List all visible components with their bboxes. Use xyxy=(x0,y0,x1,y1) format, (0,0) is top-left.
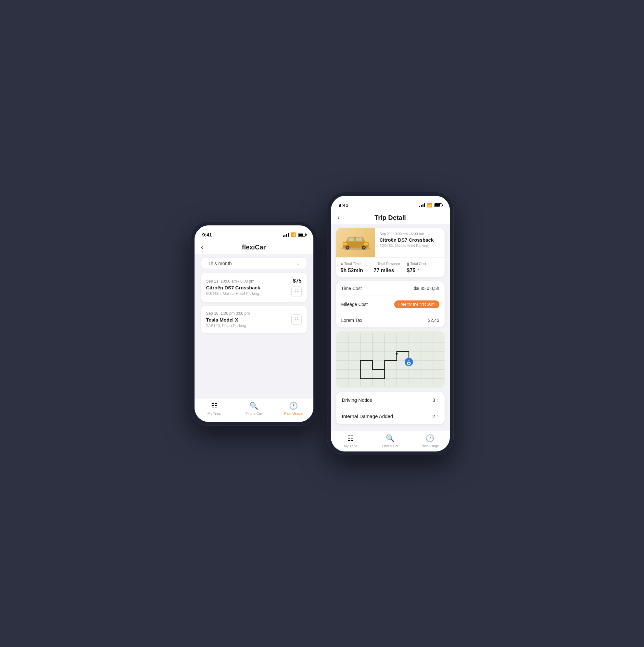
stat-total-distance: ⎯ Total Distance 77 miles xyxy=(374,262,407,274)
right-page-title: Trip Detail xyxy=(374,214,406,221)
right-battery-icon xyxy=(434,203,442,207)
right-nav-item-my-trips[interactable]: ☷ My Trips xyxy=(331,434,370,448)
right-signal-icon xyxy=(419,203,425,207)
receipt-icon-1: ☷ xyxy=(291,286,302,297)
left-back-button[interactable]: ‹ xyxy=(201,243,203,251)
notices-card: Driving Notice 3 › Internal Damage Added… xyxy=(336,392,445,424)
left-bottom-nav: ☷ My Trips 🔍 Find a Car 🕐 Past Usage xyxy=(195,398,313,422)
right-nav-header: ‹ Trip Detail xyxy=(331,210,450,224)
trip-location-1: 6GD486, Marina Hotel Parking xyxy=(206,291,261,296)
notice-row-damage[interactable]: Internal Damage Added 2 › xyxy=(336,408,445,424)
filter-dropdown[interactable]: This month ⌄ xyxy=(201,258,307,269)
list-icon: ☷ xyxy=(211,402,218,410)
notice-label-damage: Internal Damage Added xyxy=(342,414,393,419)
scene: 9:41 📶 ‹ flexiCar xyxy=(191,192,454,455)
card-stat-icon: ▮ xyxy=(407,262,409,266)
trip-car-1: Citroën DS7 Crossback xyxy=(206,285,261,290)
cost-label-tax: Lorem Tax xyxy=(341,318,362,323)
svg-point-27 xyxy=(408,362,410,364)
notice-right-damage: 2 › xyxy=(432,414,438,419)
right-nav-label-my-trips: My Trips xyxy=(344,444,358,448)
trip-date-1: Sep 21, 10:00 am - 6:00 pm xyxy=(206,279,261,284)
stat-label-distance: Total Distance xyxy=(378,262,400,266)
trip-detail-date: Sep 21, 10:00 am - 6:00 pm xyxy=(380,232,440,236)
svg-point-7 xyxy=(363,246,365,248)
cost-row-mileage: Mileage Cost Free for the first 50ml xyxy=(336,296,445,313)
svg-rect-3 xyxy=(356,237,362,241)
distance-stat-icon: ⎯ xyxy=(374,262,376,266)
right-status-icons: 📶 xyxy=(419,203,442,208)
cost-label-time: Time Cost xyxy=(341,286,362,291)
notice-label-driving: Driving Notice xyxy=(342,397,372,403)
stat-value-time: 5h 52min xyxy=(341,268,374,274)
map-svg: P xyxy=(336,331,445,388)
right-list-icon: ☷ xyxy=(348,434,354,443)
trip-card-2[interactable]: Sep 10, 1:30 pm 3:00 pm Tesla Model X 2A… xyxy=(201,306,307,333)
right-clock-icon: 🕐 xyxy=(425,434,434,443)
nav-item-past-usage[interactable]: 🕐 Past Usage xyxy=(274,402,313,415)
trip-car-2: Tesla Model X xyxy=(206,317,250,322)
right-bottom-nav: ☷ My Trips 🔍 Find a Car 🕐 Past Usage xyxy=(331,431,450,451)
chevron-right-icon-damage: › xyxy=(437,414,439,419)
nav-label-my-trips: My Trips xyxy=(208,412,221,415)
left-phone-inner: 9:41 📶 ‹ flexiCar xyxy=(195,225,313,422)
stat-label-cost: Total Cost xyxy=(411,262,426,266)
battery-icon xyxy=(298,233,306,237)
svg-rect-2 xyxy=(349,237,354,241)
right-nav-item-find-car[interactable]: 🔍 Find a Car xyxy=(370,434,410,448)
cost-row-tax: Lorem Tax $2,45 xyxy=(336,313,445,328)
trip-card-1[interactable]: Sep 21, 10:00 am - 6:00 pm Citroën DS7 C… xyxy=(201,273,307,302)
left-status-time: 9:41 xyxy=(202,232,212,237)
left-status-bar: 9:41 📶 xyxy=(195,225,313,240)
filter-label: This month xyxy=(208,261,232,266)
map-container: P xyxy=(336,331,445,388)
right-phone-inner: 9:41 📶 ‹ Trip Detail xyxy=(331,196,450,451)
svg-rect-9 xyxy=(364,242,368,244)
cost-label-mileage: Mileage Cost xyxy=(341,302,368,307)
right-status-bar: 9:41 📶 xyxy=(331,196,450,210)
cost-value-time: $8,45 x 0,5h xyxy=(414,286,439,291)
trip-right-1: $75 ☷ xyxy=(291,278,302,297)
right-wifi-icon: 📶 xyxy=(427,203,432,208)
receipt-icon-2: ☷ xyxy=(291,314,302,325)
left-status-icons: 📶 xyxy=(283,232,306,237)
right-nav-label-past-usage: Past Usage xyxy=(421,444,439,448)
right-scroll-area[interactable]: Sep 21, 10:00 am - 6:00 pm Citroën DS7 C… xyxy=(331,224,450,451)
svg-marker-23 xyxy=(395,353,398,356)
search-icon: 🔍 xyxy=(249,402,258,410)
gray-spacer-left xyxy=(195,333,313,398)
trip-price-1: $75 xyxy=(293,278,302,284)
svg-point-5 xyxy=(347,246,349,248)
stat-total-time: ● Total Time 5h 52min xyxy=(341,262,374,274)
right-nav-item-past-usage[interactable]: 🕐 Past Usage xyxy=(410,434,450,448)
trip-info-2: Sep 10, 1:30 pm 3:00 pm Tesla Model X 2A… xyxy=(206,311,250,328)
notice-row-driving[interactable]: Driving Notice 3 › xyxy=(336,392,445,408)
stat-value-cost: $75 xyxy=(407,268,416,274)
chevron-right-icon-driving: › xyxy=(437,397,439,403)
cost-value-tax: $2,45 xyxy=(428,318,439,323)
left-nav-header: ‹ flexiCar xyxy=(195,240,313,254)
stats-row: ● Total Time 5h 52min ⎯ Total Distance 7… xyxy=(336,257,445,277)
left-page-title: flexiCar xyxy=(242,243,266,251)
right-back-button[interactable]: ‹ xyxy=(338,213,340,222)
left-phone: 9:41 📶 ‹ flexiCar xyxy=(191,221,317,426)
trip-right-2: ☷ xyxy=(291,314,302,325)
clock-stat-icon: ● xyxy=(341,262,343,266)
car-illustration xyxy=(339,233,372,253)
signal-icon xyxy=(283,233,289,237)
trip-location-2: 2AB123, Plaza Parking xyxy=(206,324,250,328)
nav-item-find-car[interactable]: 🔍 Find a Car xyxy=(234,402,274,415)
wifi-icon: 📶 xyxy=(291,232,296,237)
stat-total-cost: ▮ Total Cost $75 ⌃ xyxy=(407,262,440,274)
cost-row-time: Time Cost $8,45 x 0,5h xyxy=(336,281,445,296)
trip-detail-card: Sep 21, 10:00 am - 6:00 pm Citroën DS7 C… xyxy=(336,228,445,277)
right-status-time: 9:41 xyxy=(339,202,349,208)
notice-count-driving: 3 xyxy=(432,397,435,403)
clock-icon-active: 🕐 xyxy=(289,402,298,410)
stat-label-time: Total Time xyxy=(344,262,360,266)
nav-item-my-trips[interactable]: ☷ My Trips xyxy=(195,402,234,415)
trip-detail-header: Sep 21, 10:00 am - 6:00 pm Citroën DS7 C… xyxy=(336,228,445,257)
svg-rect-8 xyxy=(343,242,347,244)
nav-label-find-car: Find a Car xyxy=(245,412,262,415)
trip-info-1: Sep 21, 10:00 am - 6:00 pm Citroën DS7 C… xyxy=(206,279,261,296)
